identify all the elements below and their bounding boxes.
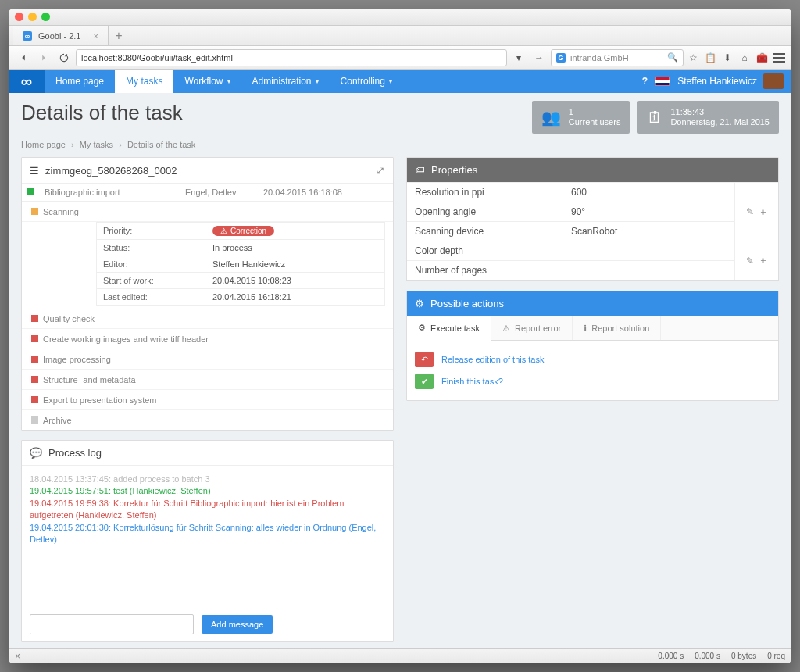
edit-icon[interactable]: ✎ (746, 256, 754, 266)
crumb-mytasks[interactable]: My tasks (80, 140, 113, 149)
add-icon[interactable]: ＋ (759, 254, 768, 267)
property-row: Color depth (407, 241, 734, 261)
log-line: 18.04.2015 13:37:45: added process to ba… (30, 474, 385, 485)
task-current-step: Scanning (22, 202, 393, 222)
task-panel: ☰ zimmgeog_580268268_0002 ⤢ Bibliographi… (21, 157, 394, 431)
crumb-current: Details of the task (127, 140, 195, 149)
gear-icon: ⚙ (418, 323, 426, 333)
url-input[interactable] (76, 49, 507, 66)
actions-title: Possible actions (430, 298, 504, 309)
undo-icon: ↶ (415, 352, 434, 367)
home-icon[interactable]: ⌂ (738, 52, 751, 64)
status-metric: 0 bytes (731, 652, 756, 660)
log-line: 19.04.2015 20:01:30: Korrekturlösung für… (30, 522, 385, 546)
log-message-input[interactable] (30, 614, 194, 634)
back-button[interactable] (15, 49, 32, 66)
page-title: Details of the task (21, 101, 524, 125)
nav-home[interactable]: Home page (45, 70, 115, 93)
window-close[interactable] (15, 13, 23, 21)
status-square-icon (31, 356, 38, 363)
status-square-icon (31, 416, 38, 424)
property-row: Resolution in ppi600 (407, 183, 734, 202)
task-step-item: Quality check (22, 309, 393, 329)
task-step-item: Export to presentation system (22, 390, 393, 410)
process-log-panel: 💬 Process log 18.04.2015 13:37:45: added… (21, 440, 394, 642)
tab-title: Goobi - 2.1 (38, 31, 80, 41)
toolbox-icon[interactable]: 🧰 (755, 52, 768, 64)
nav-mytasks[interactable]: My tasks (115, 70, 173, 93)
language-flag-icon[interactable] (655, 77, 670, 86)
task-step-item: Create working images and write tiff hea… (22, 329, 393, 349)
tab-close-icon[interactable]: × (93, 31, 98, 41)
edit-icon[interactable]: ✎ (746, 206, 754, 217)
list-icon: ☰ (30, 165, 39, 177)
calendar-icon: 🗓 (647, 109, 662, 127)
dropdown-icon[interactable]: ▾ (510, 49, 527, 66)
bookmark-icon[interactable]: ☆ (687, 52, 699, 64)
download-icon[interactable]: ⬇ (721, 52, 734, 64)
app-logo[interactable]: ∞ (9, 70, 45, 93)
tab-execute[interactable]: ⚙Execute task (407, 316, 491, 341)
action-release[interactable]: ↶ Release edition of this task (415, 349, 770, 370)
task-header-row: Bibliographic import Engel, Detlev 20.04… (22, 184, 393, 202)
clipboard-icon[interactable]: 📋 (704, 52, 716, 64)
statusbar-close-icon[interactable]: × (15, 651, 20, 662)
add-message-button[interactable]: Add message (202, 615, 273, 634)
task-panel-title: zimmgeog_580268268_0002 (45, 165, 177, 177)
check-icon: ✔ (415, 374, 434, 389)
forward-button[interactable] (35, 49, 52, 66)
status-metric: 0 req (767, 652, 785, 660)
warning-icon: ⚠ (502, 323, 510, 334)
properties-panel: 🏷 Properties Resolution in ppi600Opening… (406, 157, 779, 281)
status-square-icon (31, 208, 38, 215)
status-bar: × 0.000 s 0.000 s 0 bytes 0 req (9, 648, 791, 663)
chat-icon: 💬 (30, 447, 42, 459)
property-row: Number of pages (407, 261, 734, 280)
menu-icon[interactable] (773, 52, 785, 64)
status-metric: 0.000 s (695, 652, 720, 660)
user-menu[interactable]: Steffen Hankiewicz (677, 73, 784, 89)
task-step-item: Image processing (22, 349, 393, 370)
crumb-home[interactable]: Home page (21, 140, 66, 149)
help-icon[interactable]: ? (642, 76, 648, 87)
collapse-icon[interactable]: ⤢ (376, 164, 385, 177)
info-icon: ℹ (584, 323, 587, 334)
reload-button[interactable] (55, 49, 73, 66)
task-step-item: Archive (22, 410, 393, 430)
status-square-icon (31, 335, 38, 342)
favicon-icon: ∞ (23, 31, 32, 41)
window-maximize[interactable] (41, 13, 50, 21)
window-minimize[interactable] (28, 13, 37, 21)
actions-panel: ⚙ Possible actions ⚙Execute task ⚠Report… (406, 291, 779, 401)
datetime-box: 🗓 11:35:43Donnerstag, 21. Mai 2015 (638, 101, 779, 134)
search-engine-icon: G (556, 53, 566, 63)
log-line: 19.04.2015 19:57:51: test (Hankiewicz, S… (30, 485, 385, 497)
current-users-box: 👥 1Current users (532, 101, 630, 134)
search-box[interactable]: G intranda GmbH 🔍 (551, 49, 684, 66)
task-detail-table: Priority:⚠Correction Status:In process E… (96, 222, 385, 306)
nav-admin[interactable]: Administration▾ (241, 70, 330, 93)
property-row: Opening angle90° (407, 202, 734, 222)
users-icon: 👥 (541, 108, 561, 127)
warning-icon: ⚠ (220, 227, 227, 235)
nav-workflow[interactable]: Workflow▾ (173, 70, 241, 93)
browser-tab[interactable]: ∞ Goobi - 2.1 × (13, 26, 109, 45)
breadcrumb: Home page › My tasks › Details of the ta… (9, 137, 791, 157)
property-row: Scanning deviceScanRobot (407, 222, 734, 241)
go-button[interactable]: → (530, 49, 548, 66)
task-step-item: Structure- and metadata (22, 370, 393, 390)
tab-report-error[interactable]: ⚠Report error (491, 316, 573, 340)
new-tab-button[interactable]: + (109, 26, 129, 45)
avatar (763, 73, 784, 89)
search-placeholder: intranda GmbH (570, 53, 629, 63)
action-finish[interactable]: ✔ Finish this task? (415, 370, 770, 392)
username: Steffen Hankiewicz (677, 76, 757, 87)
status-square-icon (27, 188, 34, 195)
status-square-icon (31, 376, 38, 383)
tab-report-solution[interactable]: ℹReport solution (573, 316, 661, 340)
gear-icon: ⚙ (415, 298, 424, 309)
correction-badge: ⚠Correction (212, 226, 274, 236)
status-square-icon (31, 396, 38, 403)
nav-controlling[interactable]: Controlling▾ (330, 70, 403, 93)
add-icon[interactable]: ＋ (759, 206, 768, 219)
